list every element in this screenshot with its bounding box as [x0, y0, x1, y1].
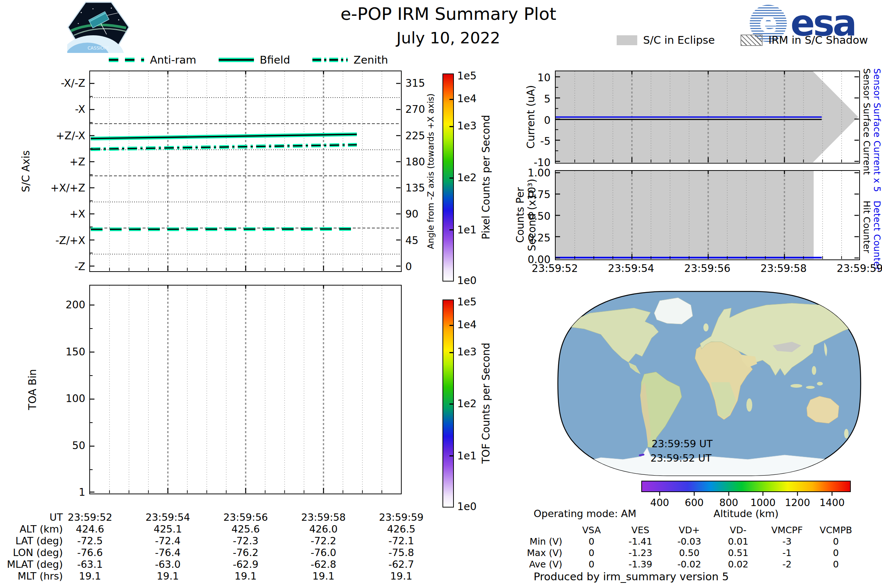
- cassiope-patch-icon: CASSIOPE: [67, 2, 130, 53]
- sc-axis-ytick: -Z: [40, 261, 85, 272]
- angle-ytick: 0: [405, 261, 432, 272]
- legend-label-eclipse: S/C in Eclipse: [643, 34, 715, 46]
- legend-label-anti-ram: Anti-ram: [150, 54, 196, 66]
- lon-value: -75.8: [362, 547, 440, 558]
- cb1-tick-1e3: [450, 126, 453, 127]
- counts-plot: [555, 170, 860, 260]
- alt-value: 424.6: [51, 524, 129, 535]
- min-voltage: 0: [567, 536, 616, 547]
- right-xtick: 23:59:58: [746, 262, 822, 274]
- legend-item-anti-ram: Anti-ram: [109, 54, 196, 66]
- row-values: -76.6-76.4-76.2-76.0-75.8: [51, 547, 440, 558]
- shadow-swatch-icon: [741, 34, 763, 46]
- tof-colorbar-tick: 1e2: [457, 398, 477, 410]
- altitude-colorbar: [641, 481, 851, 492]
- counts-ytick: 0.75: [514, 189, 550, 200]
- current-ytick: -5: [514, 136, 550, 147]
- lon-value: -76.0: [285, 547, 362, 558]
- mlt-value: 19.1: [207, 570, 285, 582]
- ut-value: 23:59:52: [51, 512, 129, 523]
- sc-axis-ytick: +X: [40, 209, 85, 220]
- min-voltage: -0.03: [665, 536, 714, 547]
- ut-value: 23:59:56: [207, 512, 285, 523]
- bottom-major-ticks: [168, 488, 324, 493]
- ground-track-segment: [640, 454, 644, 455]
- voltage-header: VCMPB: [812, 525, 860, 536]
- lat-value: -72.3: [207, 535, 285, 546]
- counts-ytick: 0.25: [514, 232, 550, 244]
- sc-axis-ytick-labels: -X/-Z-X+Z/-X+Z+X/+Z+X-Z/+X-Z: [40, 78, 85, 272]
- alt-tick: 400: [650, 497, 669, 508]
- sc-axis-ytick: -X: [40, 104, 85, 115]
- cb2-tick-1e3: [450, 352, 453, 353]
- max-voltage: -1: [763, 548, 812, 558]
- lat-value: -72.5: [51, 535, 129, 546]
- row-values: -63.1-63.0-62.9-62.8-62.7: [51, 559, 440, 570]
- mlat-value: -63.1: [51, 559, 129, 570]
- eclipse-legend: S/C in Eclipse IRM in S/C Shadow: [616, 34, 868, 46]
- pixel-colorbar-tick: 1e4: [457, 92, 477, 104]
- right-xtick: 23:59:56: [669, 262, 746, 274]
- angle-axis-label: Angle from -Z axis (towards +X axis): [426, 93, 435, 249]
- tof-colorbar-label: TOF Counts per Second: [480, 342, 492, 464]
- row-label: Max (V): [518, 548, 562, 558]
- zenith-line-icon: [312, 57, 348, 63]
- minor-vertical-gridlines: [110, 285, 382, 493]
- max-voltage: 0: [812, 548, 860, 558]
- sc-axis-legend: Anti-ram Bfield Zenith: [109, 54, 388, 66]
- cb2-tick-1e1: [450, 455, 453, 456]
- major-vertical-gridlines: [168, 285, 324, 493]
- eclipse-region: [556, 171, 814, 259]
- sc-axis-ylabel: S/C Axis: [20, 150, 32, 192]
- right-major-ticks: [396, 83, 400, 266]
- tof-colorbar: [442, 300, 454, 507]
- tof-colorbar-tick: 1e0: [457, 501, 477, 513]
- row-values: 0-1.230.500.51-10: [567, 548, 860, 558]
- ave-voltage: -0.02: [665, 559, 714, 570]
- pixel-colorbar: [442, 74, 454, 282]
- min-voltage: -3: [763, 536, 812, 547]
- tof-colorbar-tick: 1e5: [457, 296, 477, 308]
- current-plot-canvas: [556, 71, 859, 162]
- legend-item-shadow: IRM in S/C Shadow: [741, 34, 868, 46]
- patch-text: CASSIOPE: [87, 46, 110, 51]
- cb1-tick-1e4: [450, 99, 453, 100]
- anti-ram-line-icon: [109, 57, 144, 63]
- bfield-line-icon: [219, 57, 254, 63]
- cb1-tick-1e2: [450, 177, 453, 178]
- operating-mode: Operating mode: AM: [534, 508, 636, 519]
- row-label: Min (V): [518, 536, 562, 547]
- toa-bin-plot: [89, 285, 402, 494]
- toa-ytick: 1: [40, 487, 85, 498]
- toa-ytick-labels: 200150100501: [40, 300, 85, 498]
- sc-axis-ytick: +Z/-X: [40, 130, 85, 141]
- pixel-colorbar-tick: 1e5: [457, 69, 477, 82]
- tof-colorbar-tick: 1e1: [457, 450, 477, 462]
- current-ytick: 0: [514, 115, 550, 126]
- ave-voltage: -1.39: [616, 559, 665, 570]
- row-values: 23:59:5223:59:5423:59:5623:59:5823:59:59: [51, 512, 440, 523]
- ut-value: 23:59:54: [129, 512, 207, 523]
- max-voltage: -1.23: [616, 548, 665, 558]
- ut-value: 23:59:58: [285, 512, 362, 523]
- sensor-surface-current-x5-label: Sensor Surface Current x 5: [872, 68, 882, 192]
- voltage-header: VMCPF: [763, 525, 812, 536]
- sc-axis-ytick: +X/+Z: [40, 183, 85, 194]
- sc-axis-plot: [89, 70, 402, 272]
- lat-value: -72.1: [362, 535, 440, 546]
- mlat-value: -62.9: [207, 559, 285, 570]
- cb2-tick-1e2: [450, 404, 453, 405]
- max-voltage: 0.51: [714, 548, 763, 558]
- ground-track-map: 23:59:59 UT 23:59:52 UT: [557, 290, 862, 477]
- altitude-colorbar-ticks: [641, 492, 851, 496]
- cb2-tick-1e4: [450, 325, 453, 326]
- bottom-major-ticks: [168, 266, 324, 271]
- sensor-surface-current-label: Sensor Surface Current: [861, 68, 872, 175]
- counts-ytick: 1.00: [514, 168, 550, 178]
- min-voltage: 0: [812, 536, 860, 547]
- voltage-header: VD-: [714, 525, 763, 536]
- tof-colorbar-tick: 1e4: [457, 318, 477, 330]
- toa-plot-canvas: [90, 285, 400, 493]
- current-ytick: 10: [514, 72, 550, 83]
- counts-ytick-labels: 1.000.750.500.250.00: [514, 168, 550, 266]
